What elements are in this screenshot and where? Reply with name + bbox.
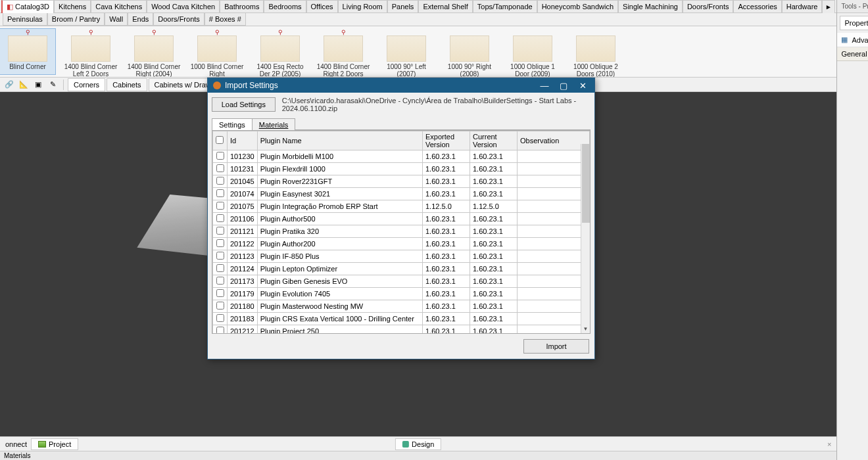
table-row[interactable]: 201122Plugin Author2001.60.23.11.60.23.1 (213, 238, 590, 250)
catalog-thumb[interactable]: ⚲1400 Esq Recto Der 2P (2005) (253, 29, 308, 74)
grid-header[interactable]: Current Version (470, 131, 518, 150)
filter-cabinets[interactable]: Cabinets (107, 78, 147, 91)
row-checkbox[interactable] (216, 214, 224, 222)
import-button[interactable]: Import (523, 339, 589, 354)
catalog-tab[interactable]: Panels (387, 0, 419, 12)
current-version-cell: 1.60.23.1 (470, 163, 518, 175)
filter-corners[interactable]: Corners (68, 78, 105, 91)
table-row[interactable]: 201180Plugin Masterwood Nesting MW1.60.2… (213, 300, 590, 313)
row-checkbox[interactable] (216, 227, 224, 235)
tabs-overflow-icon[interactable]: ▸ (822, 0, 835, 13)
row-checkbox[interactable] (216, 189, 224, 197)
catalog-subtab[interactable]: Broom / Pantry (47, 13, 105, 26)
catalog-thumb[interactable]: 1000 Oblique 1 Door (2009) (505, 29, 560, 74)
table-row[interactable]: 201075Plugin Integração Promob ERP Start… (213, 200, 590, 213)
catalog-tab[interactable]: Tops/Tamponade (473, 0, 537, 12)
catalog-thumb[interactable]: ⚲1400 Blind Corner Right (2004) (126, 29, 181, 74)
general-row[interactable]: General (837, 47, 868, 61)
row-checkbox[interactable] (216, 239, 224, 247)
catalog-tab[interactable]: Cava Kitchens (91, 0, 147, 12)
row-checkbox[interactable] (216, 302, 224, 310)
table-row[interactable]: 201124Plugin Lepton Optimizer1.60.23.11.… (213, 263, 590, 275)
materials-bar[interactable]: Materials (0, 451, 836, 460)
row-checkbox[interactable] (216, 327, 224, 334)
catalog-tab[interactable]: Offices (306, 0, 338, 12)
table-row[interactable]: 201179Plugin Evolution 74051.60.23.11.60… (213, 288, 590, 300)
grid-header[interactable] (213, 131, 228, 150)
catalog-subtab[interactable]: Peninsulas (3, 13, 47, 26)
maximize-button[interactable]: ▢ (554, 79, 573, 92)
load-settings-button[interactable]: Load Settings (212, 97, 276, 112)
catalog-thumb[interactable]: 1000 90° Left (2007) (379, 29, 434, 74)
tool-icon[interactable]: ✎ (46, 79, 59, 91)
table-row[interactable]: 101230Plugin Morbidelli M1001.60.23.11.6… (213, 150, 590, 163)
current-version-cell: 1.60.23.1 (470, 275, 518, 288)
catalog-tab[interactable]: External Shelf (418, 0, 472, 12)
grid-header[interactable]: Id (228, 131, 258, 150)
row-checkbox[interactable] (216, 252, 224, 260)
ruler-icon[interactable]: 📐 (17, 79, 30, 91)
table-row[interactable]: 201173Plugin Giben Genesis EVO1.60.23.11… (213, 275, 590, 288)
scrollbar-thumb[interactable] (582, 144, 591, 223)
row-checkbox[interactable] (216, 202, 224, 210)
box-icon[interactable]: ▣ (32, 79, 45, 91)
grid-header[interactable]: Observation (518, 131, 590, 150)
catalog-thumb[interactable]: ⚲1400 Blind Corner Right 2 Doors Slid... (316, 29, 371, 74)
table-row[interactable]: 201212Plugin Project 2501.60.23.11.60.23… (213, 325, 590, 334)
table-row[interactable]: 101231Plugin Flexdrill 10001.60.23.11.60… (213, 163, 590, 175)
catalog-tab[interactable]: Kitchens (54, 0, 91, 12)
select-all-checkbox[interactable] (216, 136, 224, 144)
table-row[interactable]: 201106Plugin Author5001.60.23.11.60.23.1 (213, 213, 590, 225)
row-checkbox[interactable] (216, 314, 224, 322)
row-checkbox[interactable] (216, 164, 224, 172)
catalog-subtab[interactable]: # Boxes # (205, 13, 246, 26)
row-checkbox[interactable] (216, 152, 224, 160)
row-checkbox[interactable] (216, 289, 224, 297)
table-row[interactable]: 201121Plugin Pratika 3201.60.23.11.60.23… (213, 225, 590, 238)
thumb-label: 1400 Blind Corner Right (2004) (126, 63, 181, 78)
thumb-label: 1000 Oblique 2 Doors (2010) (568, 63, 623, 78)
id-cell: 201212 (228, 325, 258, 334)
properties-header[interactable]: Properties (840, 16, 868, 30)
catalog-tab[interactable]: ◧ Catalog3D (1, 0, 54, 13)
minimize-button[interactable]: — (535, 79, 554, 92)
close-button[interactable]: ✕ (573, 79, 592, 92)
catalog-tab[interactable]: Wood Cava Kitchen (147, 0, 220, 12)
grid-header[interactable]: Exported Version (423, 131, 470, 150)
close-panel-icon[interactable]: × (827, 440, 831, 448)
catalog-tab[interactable]: Bedrooms (264, 0, 306, 12)
project-button[interactable]: Project (31, 438, 78, 450)
table-row[interactable]: 201123Plugin IF-850 Plus1.60.23.11.60.23… (213, 250, 590, 263)
table-row[interactable]: 201045Plugin Rover2231GFT1.60.23.11.60.2… (213, 175, 590, 188)
table-row[interactable]: 201183Plugin CRS Exata Vertical 1000 - D… (213, 313, 590, 325)
catalog-thumb[interactable]: ⚲1000 Blind Corner Right (189, 29, 245, 74)
grid-scrollbar[interactable]: ▼ (581, 144, 590, 333)
catalog-tab[interactable]: Hardware (782, 0, 823, 12)
grid-header[interactable]: Plugin Name (257, 131, 422, 150)
table-row[interactable]: 201074Plugin Easynest 30211.60.23.11.60.… (213, 188, 590, 200)
row-checkbox[interactable] (216, 177, 224, 185)
design-button[interactable]: Design (395, 438, 441, 450)
current-version-cell: 1.60.23.1 (470, 288, 518, 300)
advanced-row[interactable]: ▦ Advanced (837, 33, 868, 47)
row-checkbox[interactable] (216, 264, 224, 272)
catalog-thumb[interactable]: ⚲1400 Blind Corner Left 2 Doors (2002) (63, 29, 118, 74)
catalog-tab[interactable]: Honeycomb Sandwich (537, 0, 618, 12)
chain-icon[interactable]: 🔗 (3, 79, 16, 91)
tab-materials[interactable]: Materials (252, 118, 296, 130)
row-checkbox[interactable] (216, 277, 224, 285)
catalog-tab[interactable]: Single Machining (618, 0, 683, 12)
catalog-thumb[interactable]: 1000 90° Right (2008) (442, 29, 497, 74)
scroll-down-icon[interactable]: ▼ (581, 324, 590, 333)
catalog-tab[interactable]: Doors/Fronts (683, 0, 734, 12)
catalog-tab[interactable]: Living Room (338, 0, 387, 12)
catalog-subtab[interactable]: Doors/Fronts (153, 13, 205, 26)
tab-settings[interactable]: Settings (212, 118, 253, 130)
catalog-tab[interactable]: Bathrooms (220, 0, 264, 12)
catalog-subtab[interactable]: Wall (105, 13, 128, 26)
catalog-tab[interactable]: Accessories (733, 0, 781, 12)
catalog-thumb[interactable]: 1000 Oblique 2 Doors (2010) (568, 29, 623, 74)
dialog-titlebar[interactable]: Import Settings — ▢ ✕ (208, 78, 594, 93)
catalog-thumb[interactable]: ⚲Blind Corner (0, 29, 55, 74)
catalog-subtab[interactable]: Ends (128, 13, 153, 26)
